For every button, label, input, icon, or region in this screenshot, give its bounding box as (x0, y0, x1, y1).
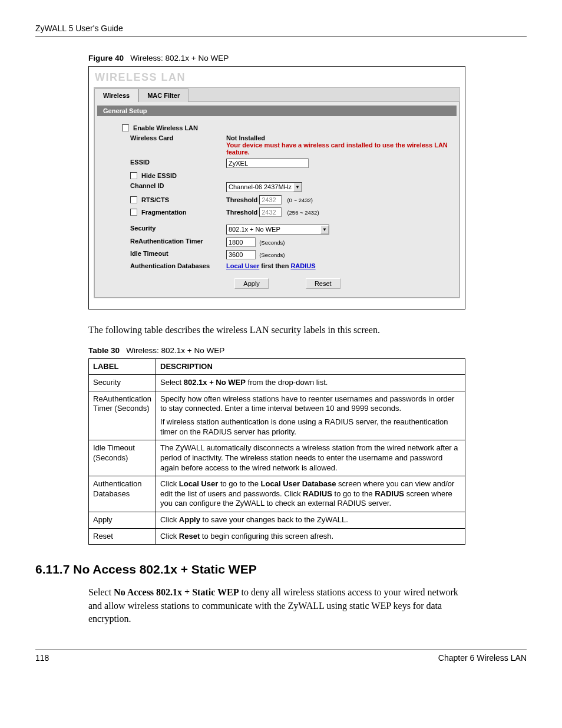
input-rts-threshold[interactable]: 2432 (259, 195, 282, 205)
tab-row: Wireless MAC Filter (94, 88, 459, 101)
cell-label: ReAuthentication Timer (Seconds) (89, 391, 156, 440)
label-wireless-card: Wireless Card (120, 133, 223, 156)
label-auth-db: Authentication Databases (120, 261, 223, 270)
th-description: DESCRIPTION (156, 358, 465, 375)
note-seconds-2: (Seconds) (259, 252, 285, 258)
label-threshold-frag: Threshold (226, 209, 257, 216)
button-row: Apply Reset (118, 278, 457, 289)
apply-button[interactable]: Apply (234, 278, 269, 289)
chevron-down-icon: ▼ (320, 225, 329, 234)
note-seconds-1: (Seconds) (259, 239, 285, 246)
page-header: ZyWALL 5 User's Guide (35, 24, 527, 37)
section-body: Select No Access 802.1x + Static WEP to … (88, 586, 465, 625)
label-idle-timeout: Idle Timeout (120, 249, 223, 260)
cell-desc: Select 802.1x + No WEP from the drop-dow… (156, 375, 465, 391)
note-rts-range: (0 ~ 2432) (287, 197, 313, 203)
checkbox-fragmentation[interactable] (130, 209, 137, 216)
figure-title: Wireless: 802.1x + No WEP (130, 54, 229, 62)
guide-title: ZyWALL 5 User's Guide (35, 24, 123, 33)
tab-panel: General Setup Enable Wireless LAN Wirele… (94, 101, 459, 298)
intro-text: The following table describes the wirele… (88, 324, 465, 337)
screenshot-wireless-lan: WIRELESS LAN Wireless MAC Filter General… (88, 66, 465, 309)
table-row: ReAuthentication Timer (Seconds) Specify… (89, 391, 465, 440)
page-footer: 118 Chapter 6 Wireless LAN (35, 650, 527, 663)
table-row: Apply Click Apply to save your changes b… (89, 512, 465, 529)
section-bar-general-setup: General Setup (97, 106, 457, 116)
cell-desc: Click Local User to go to the Local User… (156, 476, 465, 512)
table-row: Security Select 802.1x + No WEP from the… (89, 375, 465, 391)
reset-button[interactable]: Reset (306, 278, 340, 289)
checkbox-hide-essid[interactable] (130, 172, 137, 179)
label-enable-wlan: Enable Wireless LAN (133, 124, 198, 131)
label-channel-id: Channel ID (120, 181, 223, 193)
cell-desc: Specify how often wireless stations have… (156, 391, 465, 440)
label-rts-cts: RTS/CTS (141, 196, 169, 203)
link-radius[interactable]: RADIUS (290, 262, 315, 269)
table-caption-title: Wireless: 802.1x + No WEP (126, 346, 224, 355)
figure-caption: Figure 40 Wireless: 802.1x + No WEP (88, 54, 527, 62)
select-security-value: 802.1x + No WEP (229, 226, 280, 233)
cell-label: Reset (89, 528, 156, 545)
link-local-user[interactable]: Local User (226, 262, 259, 269)
label-reauth-timer: ReAuthentication Timer (120, 236, 223, 248)
select-channel-id-value: Channel-06 2437MHz (229, 183, 292, 190)
th-label: LABEL (89, 358, 156, 375)
tab-mac-filter[interactable]: MAC Filter (138, 88, 189, 102)
chapter-label: Chapter 6 Wireless LAN (438, 653, 527, 663)
panel-heading: WIRELESS LAN (95, 71, 460, 84)
input-essid[interactable]: ZyXEL (226, 159, 309, 168)
note-frag-range: (256 ~ 2432) (287, 209, 319, 216)
input-frag-threshold[interactable]: 2432 (259, 207, 282, 217)
label-security: Security (120, 223, 223, 235)
cell-desc: Click Apply to save your changes back to… (156, 512, 465, 529)
select-security[interactable]: 802.1x + No WEP ▼ (226, 225, 329, 235)
tab-wireless[interactable]: Wireless (94, 88, 138, 102)
cell-label: Security (89, 375, 156, 391)
inner-window: Wireless MAC Filter General Setup Enable… (94, 87, 460, 298)
table-header-row: LABEL DESCRIPTION (89, 358, 465, 375)
auth-db-mid: first then (259, 262, 290, 269)
table-caption-label: Table 30 (88, 346, 120, 355)
figure-label: Figure 40 (88, 54, 124, 62)
cell-desc: The ZyWALL automatically disconnects a w… (156, 440, 465, 476)
table-row: Authentication Databases Click Local Use… (89, 476, 465, 512)
chevron-down-icon: ▼ (293, 183, 302, 192)
cell-label: Authentication Databases (89, 476, 156, 512)
section-heading: 6.11.7 No Access 802.1x + Static WEP (35, 562, 527, 577)
description-table: LABEL DESCRIPTION Security Select 802.1x… (88, 358, 465, 545)
select-channel-id[interactable]: Channel-06 2437MHz ▼ (226, 182, 302, 192)
cell-desc: Click Reset to begin configuring this sc… (156, 528, 465, 545)
warning-wireless-card: Your device must have a wireless card in… (226, 141, 448, 156)
input-idle-timeout[interactable]: 3600 (226, 250, 256, 259)
value-not-installed: Not Installed (226, 134, 265, 141)
label-hide-essid: Hide ESSID (141, 172, 177, 179)
checkbox-rts-cts[interactable] (130, 196, 137, 203)
form-area: Enable Wireless LAN Wireless Card Not In… (97, 121, 457, 289)
label-threshold-rts: Threshold (226, 196, 257, 203)
table-row: Reset Click Reset to begin configuring t… (89, 528, 465, 545)
cell-label: Apply (89, 512, 156, 529)
label-fragmentation: Fragmentation (141, 209, 186, 216)
label-essid: ESSID (120, 157, 223, 169)
table-row: Idle Timeout (Seconds) The ZyWALL automa… (89, 440, 465, 476)
page-number: 118 (35, 653, 49, 663)
cell-label: Idle Timeout (Seconds) (89, 440, 156, 476)
input-reauth-timer[interactable]: 1800 (226, 238, 256, 247)
table-caption: Table 30 Wireless: 802.1x + No WEP (88, 346, 527, 355)
checkbox-enable-wlan[interactable] (122, 124, 129, 131)
